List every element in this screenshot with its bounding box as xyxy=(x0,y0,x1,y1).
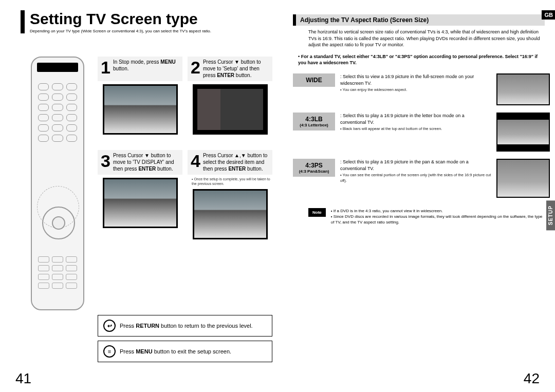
step-text: Press Cursor ▲,▼ button to select the de… xyxy=(203,152,269,172)
step-number: 3 xyxy=(101,152,110,170)
page-right: GB Adjusting the TV Aspect Ratio (Screen… xyxy=(278,0,555,392)
page-subtitle: Depending on your TV type (Wide Screen o… xyxy=(30,29,278,33)
step-3: 3 Press Cursor ▼ button to move to 'TV D… xyxy=(98,150,182,239)
note-text: • If a DVD is in the 4:3 ratio, you cann… xyxy=(331,208,545,226)
screenshot-4 xyxy=(193,189,268,239)
return-info: ↩ Press RETURN button to return to the p… xyxy=(98,315,272,337)
thumb-panscan-icon xyxy=(496,159,550,198)
option-panscan: 4:3PS (4:3 Pan&Scan) : Select this to pl… xyxy=(293,159,550,198)
menu-info: ≡ Press MENU button to exit the setup sc… xyxy=(98,341,272,362)
menu-icon: ≡ xyxy=(103,345,116,358)
option-letterbox: 4:3LB (4:3 Letterbox) : Select this to p… xyxy=(293,113,550,152)
language-tag: GB xyxy=(542,10,556,20)
steps-container: 1 In Stop mode, press MENU button. 2 Pre… xyxy=(98,57,272,245)
screenshot-2-osd xyxy=(193,84,268,135)
step-text: Press Cursor ▼ button to move to 'TV DIS… xyxy=(113,152,179,172)
thumb-letterbox-icon xyxy=(496,113,550,152)
option-label-wide: WIDE xyxy=(293,73,335,87)
step-text: In Stop mode, press MENU button. xyxy=(113,59,179,72)
option-desc-ps: : Select this to play a 16:9 picture in … xyxy=(340,159,491,183)
section-intro: The horizontal to vertical screen size r… xyxy=(308,29,545,48)
note-badge: Note xyxy=(308,208,326,217)
remote-control-illustration xyxy=(31,57,84,310)
guidance-bullet: • For a standard TV, select either "4:3L… xyxy=(298,53,545,66)
return-icon: ↩ xyxy=(103,320,116,332)
section-heading: Adjusting the TV Aspect Ratio (Screen Si… xyxy=(293,14,545,26)
option-label-lb: 4:3LB (4:3 Letterbox) xyxy=(293,113,335,130)
side-tab-setup: SETUP xyxy=(546,200,555,230)
option-desc-lb: : Select this to play a 16:9 picture in … xyxy=(340,113,491,132)
title-block: Setting TV Screen type Depending on your… xyxy=(21,10,278,33)
page-number-right: 42 xyxy=(524,370,540,387)
step-number: 1 xyxy=(101,59,110,76)
screenshot-1 xyxy=(103,84,178,135)
option-desc-wide: : Select this to view a 16:9 picture in … xyxy=(340,73,491,93)
option-wide: WIDE : Select this to view a 16:9 pictur… xyxy=(293,73,550,105)
step-number: 2 xyxy=(191,59,200,76)
note-block: Note • If a DVD is in the 4:3 ratio, you… xyxy=(308,208,545,226)
step-4-note: • Once the setup is complete, you will b… xyxy=(192,177,272,186)
step-text: Press Cursor ▼ button to move to 'Setup'… xyxy=(203,59,269,79)
option-label-ps: 4:3PS (4:3 Pan&Scan) xyxy=(293,159,335,177)
step-4: 4 Press Cursor ▲,▼ button to select the … xyxy=(188,150,272,239)
bottom-info: ↩ Press RETURN button to return to the p… xyxy=(98,315,272,366)
thumb-wide-icon xyxy=(496,73,550,105)
page-title: Setting TV Screen type xyxy=(30,10,278,28)
screenshot-3 xyxy=(103,178,178,228)
step-1: 1 In Stop mode, press MENU button. xyxy=(98,57,182,135)
step-2: 2 Press Cursor ▼ button to move to 'Setu… xyxy=(188,57,272,135)
page-left: Setting TV Screen type Depending on your… xyxy=(0,0,278,392)
step-number: 4 xyxy=(191,152,200,170)
page-number-left: 41 xyxy=(15,370,31,387)
